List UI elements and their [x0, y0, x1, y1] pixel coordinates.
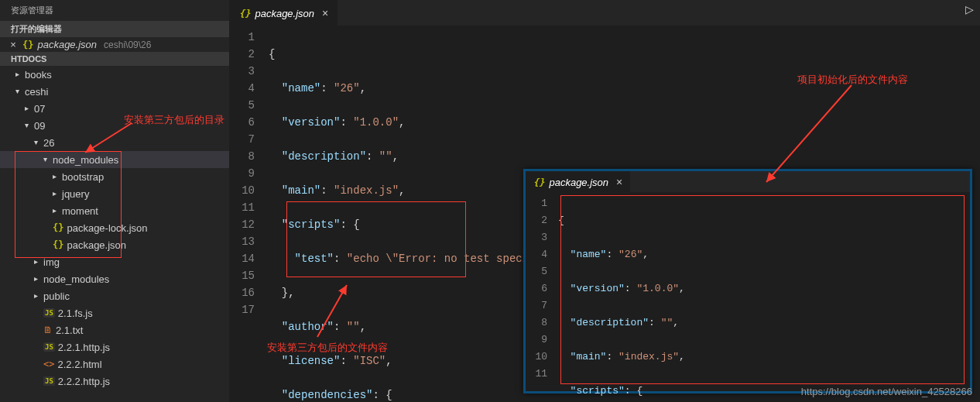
tree-folder-ceshi[interactable]: ▾ceshi	[0, 83, 229, 100]
tree-file-21txt[interactable]: 🗎2.1.txt	[0, 321, 229, 338]
folder-root-header[interactable]: HTDOCS	[0, 52, 229, 66]
tree-folder-img[interactable]: ▸img	[0, 253, 229, 270]
chevron-right-icon: ▸	[22, 104, 31, 113]
file-tree: ▸books ▾ceshi ▸07 ▾09 ▾26 ▾node_modules …	[0, 66, 229, 402]
chevron-right-icon: ▸	[50, 206, 59, 215]
tree-folder-bootstrap[interactable]: ▸bootstrap	[0, 168, 229, 185]
tree-folder-07[interactable]: ▸07	[0, 100, 229, 117]
tree-folder-node-modules-2[interactable]: ▸node_modules	[0, 270, 229, 287]
chevron-right-icon: ▸	[12, 70, 22, 79]
tree-folder-public[interactable]: ▸public	[0, 287, 229, 304]
file-icon: 🗎	[43, 325, 53, 335]
inset-tab-filename: package.json	[549, 177, 608, 188]
run-icon[interactable]: ▷	[965, 3, 974, 15]
json-icon: {}	[53, 239, 63, 250]
open-editor-item[interactable]: × {} package.json ceshi\09\26	[0, 37, 229, 52]
js-icon: JS	[43, 308, 55, 318]
inset-code-content[interactable]: { "name": "26", "version": "1.0.0", "des…	[558, 195, 970, 402]
json-icon: {}	[53, 222, 63, 233]
tree-file-222http[interactable]: JS2.2.2.http.js	[0, 373, 229, 390]
open-editors-header[interactable]: 打开的编辑器	[0, 21, 229, 37]
chevron-right-icon: ▸	[31, 291, 40, 301]
inset-tab[interactable]: {} package.json ×	[526, 171, 630, 192]
line-gutter: 1234567891011121314151617	[230, 29, 269, 402]
tree-file-222html[interactable]: <>2.2.2.html	[0, 356, 229, 373]
close-icon[interactable]: ×	[616, 176, 622, 188]
explorer-title: 资源管理器	[0, 0, 229, 21]
chevron-down-icon: ▾	[12, 87, 22, 96]
tree-folder-books[interactable]: ▸books	[0, 66, 229, 83]
watermark: https://blog.csdn.net/weixin_42528266	[801, 386, 972, 397]
js-icon: JS	[43, 376, 55, 386]
open-editor-filename: package.json	[37, 39, 97, 50]
chevron-right-icon: ▸	[50, 172, 59, 181]
close-icon[interactable]: ×	[8, 39, 19, 50]
tree-file-package-lock[interactable]: {}package-lock.json	[0, 219, 229, 236]
chevron-right-icon: ▸	[31, 274, 40, 283]
chevron-down-icon: ▾	[22, 121, 31, 130]
chevron-right-icon: ▸	[31, 257, 40, 266]
inset-code-editor[interactable]: 1234567891011 { "name": "26", "version":…	[526, 192, 970, 402]
tree-folder-26[interactable]: ▾26	[0, 134, 229, 151]
json-icon: {}	[533, 177, 544, 187]
tree-file-221http[interactable]: JS2.2.1.http.js	[0, 338, 229, 356]
chevron-down-icon: ▾	[40, 155, 50, 164]
inset-gutter: 1234567891011	[526, 195, 558, 402]
tree-folder-09[interactable]: ▾09	[0, 117, 229, 134]
close-icon[interactable]: ×	[322, 7, 328, 19]
tree-file-21fs[interactable]: JS2.1.fs.js	[0, 304, 229, 321]
editor-tab[interactable]: {} package.json ×	[230, 0, 338, 26]
tree-folder-moment[interactable]: ▸moment	[0, 202, 229, 219]
inset-editor: {} package.json × 1234567891011 { "name"…	[523, 169, 972, 393]
inset-tabbar: {} package.json ×	[526, 171, 970, 192]
tab-filename: package.json	[255, 8, 314, 19]
tree-folder-node-modules[interactable]: ▾node_modules	[0, 151, 229, 168]
editor-tabbar: {} package.json ×	[230, 0, 980, 26]
tree-folder-jquery[interactable]: ▸jquery	[0, 185, 229, 202]
open-editor-path: ceshi\09\26	[104, 40, 151, 50]
tree-file-package-json[interactable]: {}package.json	[0, 236, 229, 253]
json-icon: {}	[239, 8, 250, 19]
html-icon: <>	[43, 359, 54, 369]
explorer-sidebar: 资源管理器 打开的编辑器 × {} package.json ceshi\09\…	[0, 0, 230, 402]
js-icon: JS	[43, 342, 55, 352]
json-icon: {}	[22, 40, 33, 50]
chevron-down-icon: ▾	[31, 138, 40, 147]
chevron-right-icon: ▸	[50, 189, 59, 198]
